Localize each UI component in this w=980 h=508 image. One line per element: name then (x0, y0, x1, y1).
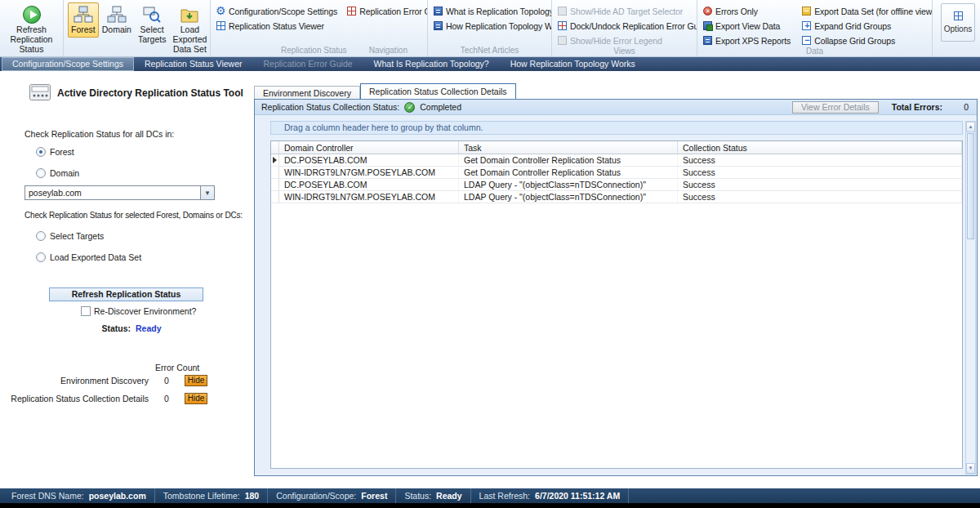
statusbar-field-last-refresh: Last Refresh: 6/7/2020 11:51:12 AM (471, 488, 630, 503)
refresh-replication-status-button[interactable]: Refresh Replication Status (4, 2, 59, 56)
table-row[interactable]: DC.POSEYLAB.COM Get Domain Controller Re… (271, 154, 962, 167)
tab-replication-status-collection-details[interactable]: Replication Status Collection Details (360, 83, 516, 99)
collection-details-panel: Replication Status Collection Status: Co… (254, 99, 978, 476)
export-dataset-button[interactable]: Export Data Set (for offline viewing) (800, 5, 933, 17)
domain-combo[interactable]: ▼ (24, 185, 215, 200)
select-targets-icon (142, 5, 162, 25)
load-exported-dataset-icon (180, 5, 199, 25)
status-value: Ready (136, 323, 162, 333)
tab-replication-error-guide: Replication Error Guide (252, 57, 363, 71)
collection-status-label: Replication Status Collection Status: (261, 102, 399, 112)
replication-error-guide-button[interactable]: Replication Error Guide (345, 5, 428, 17)
tab-environment-discovery[interactable]: Environment Discovery (254, 86, 360, 99)
column-header-domain-controller[interactable]: Domain Controller (279, 141, 459, 154)
play-icon (23, 6, 41, 24)
group-label-data: Data (697, 47, 932, 56)
technet-article-icon (434, 21, 443, 30)
indicator-column-header (271, 141, 279, 154)
dock-undock-icon (558, 21, 567, 30)
scroll-up-icon[interactable]: ▲ (966, 122, 975, 132)
technet-article-icon (434, 7, 443, 16)
table-row[interactable]: WIN-IDRGT9LN7GM.POSEYLAB.COM LDAP Query … (271, 191, 962, 203)
domain-tree-icon (107, 5, 127, 25)
show-hide-error-legend-button: Show/Hide Error Legend (556, 34, 664, 47)
column-header-collection-status[interactable]: Collection Status (678, 141, 962, 154)
refresh-replication-status-sidebar-button[interactable]: Refresh Replication Status (49, 287, 203, 301)
domain-button[interactable]: Domain (99, 2, 135, 38)
error-row-environment-discovery: Environment Discovery 0 Hide (8, 375, 242, 386)
domain-radio[interactable] (36, 168, 46, 178)
options-button[interactable]: Options (941, 3, 975, 42)
export-view-data-button[interactable]: Export View Data (702, 20, 792, 32)
group-label-replication-status: Replication Status (281, 46, 347, 56)
total-errors-label: Total Errors: (892, 102, 942, 112)
total-errors-value: 0 (957, 102, 969, 112)
what-is-replication-topology-button[interactable]: What is Replication Topology? (432, 5, 552, 17)
domain-combo-input[interactable] (25, 186, 200, 199)
dock-undock-error-guide-button[interactable]: Dock/Undock Replication Error Guide (556, 20, 697, 32)
vertical-scrollbar[interactable]: ▲ ▼ (965, 121, 976, 475)
forest-radio[interactable] (36, 147, 46, 157)
gear-icon (216, 7, 225, 16)
statusbar-field-status: Status: Ready (396, 488, 470, 503)
configuration-scope-panel: Active Directory Replication Status Tool… (0, 71, 250, 488)
ribbon-group-execution: Refresh Replication Status Execution (0, 0, 64, 56)
xps-report-icon (703, 36, 712, 45)
table-row[interactable]: DC.POSEYLAB.COM LDAP Query - "(objectCla… (271, 179, 962, 191)
tab-what-is-replication-topology[interactable]: What Is Replication Topology? (363, 57, 500, 71)
group-label-views: Views (552, 47, 697, 56)
export-view-data-icon (703, 21, 712, 30)
show-hide-ad-target-selector-button: Show/Hide AD Target Selector (556, 5, 684, 17)
adreplstatus-window: Refresh Replication Status Execution For… (0, 0, 980, 508)
collapse-grid-groups-button[interactable]: Collapse Grid Groups (800, 34, 933, 47)
replication-status-viewer-button[interactable]: Replication Status Viewer (215, 20, 326, 32)
scroll-down-icon[interactable]: ▼ (966, 463, 975, 474)
statusbar-field-scope: Configuration/Scope: Forest (268, 488, 396, 503)
grid-header-row: Domain Controller Task Collection Status (271, 141, 962, 154)
target-selector-icon (558, 7, 567, 16)
tab-configuration-scope-settings[interactable]: Configuration/Scope Settings (2, 57, 134, 71)
export-dataset-icon (802, 7, 811, 16)
tab-replication-status-viewer[interactable]: Replication Status Viewer (134, 57, 252, 71)
status-viewer-grid-icon (216, 21, 225, 30)
tab-how-replication-topology-works[interactable]: How Replication Topology Works (500, 57, 646, 71)
ribbon-group-config-scope: Forest Domain Select Targets (64, 0, 211, 56)
forest-button[interactable]: Forest (68, 2, 99, 38)
select-targets-button[interactable]: Select Targets (135, 2, 169, 47)
domain-radio-label: Domain (50, 168, 79, 178)
rediscover-environment-checkbox[interactable] (81, 306, 91, 316)
ribbon-group-replication-status: Configuration/Scope Settings Replication… (211, 0, 428, 56)
error-legend-icon (558, 36, 567, 45)
all-dcs-label: Check Replication Status for all DCs in: (24, 129, 174, 139)
errors-only-button[interactable]: Errors Only (702, 5, 792, 17)
main-tab-bar: Environment Discovery Replication Status… (254, 83, 516, 99)
group-by-bar[interactable]: Drag a column header here to group by th… (270, 121, 963, 135)
collection-status-header: Replication Status Collection Status: Co… (255, 100, 977, 115)
ribbon-group-views: Show/Hide AD Target Selector Dock/Undock… (552, 0, 697, 56)
column-header-task[interactable]: Task (459, 141, 678, 154)
error-count-value: 0 (149, 394, 185, 403)
refresh-button-label: Refresh Replication Status (7, 25, 56, 54)
select-targets-radio[interactable] (36, 231, 46, 241)
expand-grid-groups-button[interactable]: Expand Grid Groups (800, 20, 933, 32)
view-error-details-button[interactable]: View Error Details (792, 101, 879, 114)
hide-environment-discovery-button[interactable]: Hide (185, 375, 207, 386)
hide-collection-details-button[interactable]: Hide (185, 393, 207, 404)
adrep-tool-logo-icon (29, 84, 51, 102)
rediscover-environment-label: Re-Discover Environment? (94, 306, 196, 316)
collection-grid: Domain Controller Task Collection Status… (270, 140, 963, 469)
scrollbar-thumb[interactable] (967, 133, 974, 239)
how-replication-topology-works-button[interactable]: How Replication Topology Works (432, 20, 552, 32)
statusbar-field-forest-dns: Forest DNS Name: poseylab.com (3, 488, 155, 503)
collection-status-value: Completed (420, 102, 461, 112)
export-xps-reports-button[interactable]: Export XPS Reports (702, 34, 792, 47)
status-bar: Forest DNS Name: poseylab.com Tombstone … (0, 488, 980, 503)
load-exported-radio[interactable] (36, 252, 46, 262)
forest-tree-icon (74, 5, 93, 25)
load-exported-dataset-button[interactable]: Load Exported Data Set (169, 2, 210, 56)
combo-dropdown-icon[interactable]: ▼ (200, 186, 214, 199)
select-targets-radio-label: Select Targets (50, 231, 104, 241)
table-row[interactable]: WIN-IDRGT9LN7GM.POSEYLAB.COM Get Domain … (271, 167, 962, 179)
configuration-scope-settings-button[interactable]: Configuration/Scope Settings (215, 5, 339, 17)
ribbon-group-data: Errors Only Export View Data Export XPS … (697, 0, 933, 56)
